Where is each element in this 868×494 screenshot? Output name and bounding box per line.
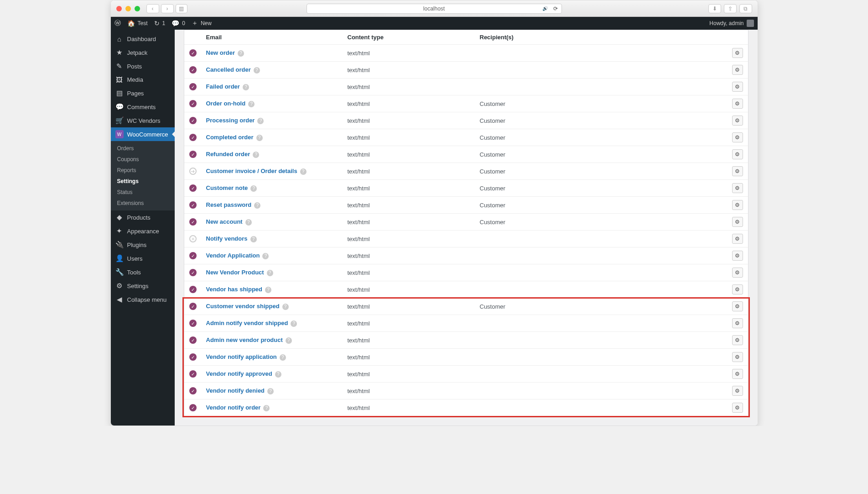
email-name-link[interactable]: Processing order [206,117,255,124]
submenu-item-settings[interactable]: Settings [111,176,175,187]
sidebar-item-plugins[interactable]: 🔌Plugins [111,238,175,252]
configure-button[interactable]: ⚙ [732,251,743,261]
email-name-link[interactable]: New Vendor Product [206,269,264,276]
sidebar-item-media[interactable]: 🖼Media [111,73,175,86]
submenu-item-orders[interactable]: Orders [111,143,175,154]
help-tip-icon[interactable]: ? [238,50,244,57]
avatar[interactable] [747,20,754,27]
help-tip-icon[interactable]: ? [262,253,269,259]
reload-icon[interactable]: ⟳ [553,5,558,12]
help-tip-icon[interactable]: ? [248,101,255,107]
sidebar-item-jetpack[interactable]: ★Jetpack [111,46,175,59]
account-link[interactable]: Howdy, admin [709,20,743,26]
download-button[interactable]: ⬇ [708,4,721,13]
email-name-link[interactable]: Vendor notify application [206,353,277,360]
help-tip-icon[interactable]: ? [291,321,297,327]
configure-button[interactable]: ⚙ [732,301,743,311]
sidebar-item-collapse-menu[interactable]: ◀Collapse menu [111,293,175,306]
help-tip-icon[interactable]: ? [245,219,252,226]
submenu-item-coupons[interactable]: Coupons [111,154,175,165]
submenu-item-status[interactable]: Status [111,187,175,198]
help-tip-icon[interactable]: ? [257,118,264,124]
sidebar-item-posts[interactable]: ✎Posts [111,59,175,73]
address-bar[interactable]: localhost 🔊 ⟳ [307,4,562,14]
configure-button[interactable]: ⚙ [732,82,743,92]
submenu-item-extensions[interactable]: Extensions [111,198,175,209]
email-name-link[interactable]: Cancelled order [206,66,251,73]
help-tip-icon[interactable]: ? [300,168,307,175]
sidebar-item-woocommerce[interactable]: W WooCommerce [111,127,175,141]
configure-button[interactable]: ⚙ [732,369,743,379]
configure-button[interactable]: ⚙ [732,99,743,109]
help-tip-icon[interactable]: ? [275,371,281,378]
zoom-window-icon[interactable] [135,6,140,11]
email-name-link[interactable]: Admin new vendor product [206,336,283,343]
configure-button[interactable]: ⚙ [732,132,743,142]
updates-link[interactable]: ↻1 [154,20,166,27]
email-name-link[interactable]: Completed order [206,134,254,141]
help-tip-icon[interactable]: ? [250,236,257,242]
help-tip-icon[interactable]: ? [280,354,286,361]
help-tip-icon[interactable]: ? [265,287,271,293]
help-tip-icon[interactable]: ? [250,185,257,192]
configure-button[interactable]: ⚙ [732,386,743,396]
help-tip-icon[interactable]: ? [267,270,273,276]
email-name-link[interactable]: Admin notify vendor shipped [206,320,288,326]
share-button[interactable]: ⇪ [724,4,737,13]
sidebar-item-dashboard[interactable]: ⌂Dashboard [111,32,175,46]
email-name-link[interactable]: Vendor notify approved [206,370,272,377]
email-name-link[interactable]: Reset password [206,201,252,208]
help-tip-icon[interactable]: ? [254,67,260,74]
reader-icon[interactable]: 🔊 [542,6,548,11]
email-name-link[interactable]: New account [206,218,243,225]
email-name-link[interactable]: Vendor notify order [206,404,261,411]
close-window-icon[interactable] [116,6,122,11]
forward-button[interactable]: › [161,4,174,13]
configure-button[interactable]: ⚙ [732,217,743,227]
configure-button[interactable]: ⚙ [732,200,743,210]
configure-button[interactable]: ⚙ [732,116,743,126]
configure-button[interactable]: ⚙ [732,403,743,413]
tabs-button[interactable]: ⧉ [739,4,752,13]
help-tip-icon[interactable]: ? [282,304,289,310]
sidebar-toggle-button[interactable]: ▥ [176,4,187,13]
configure-button[interactable]: ⚙ [732,166,743,176]
email-name-link[interactable]: Customer note [206,184,248,191]
help-tip-icon[interactable]: ? [253,152,259,158]
email-name-link[interactable]: Vendor notify denied [206,387,265,394]
help-tip-icon[interactable]: ? [267,388,274,394]
help-tip-icon[interactable]: ? [254,202,260,209]
email-name-link[interactable]: Failed order [206,83,240,90]
comments-link[interactable]: 💬0 [172,20,185,27]
email-name-link[interactable]: Order on-hold [206,100,246,107]
email-name-link[interactable]: New order [206,49,235,56]
email-name-link[interactable]: Vendor has shipped [206,286,263,293]
site-link[interactable]: 🏠Test [127,20,148,27]
sidebar-item-products[interactable]: ◆Products [111,210,175,224]
sidebar-item-users[interactable]: 👤Users [111,252,175,265]
minimize-window-icon[interactable] [125,6,131,11]
help-tip-icon[interactable]: ? [243,84,249,90]
email-name-link[interactable]: Refunded order [206,151,250,158]
sidebar-item-comments[interactable]: 💬Comments [111,100,175,114]
configure-button[interactable]: ⚙ [732,268,743,278]
help-tip-icon[interactable]: ? [263,405,270,411]
configure-button[interactable]: ⚙ [732,183,743,193]
configure-button[interactable]: ⚙ [732,318,743,328]
wp-logo[interactable]: ⓦ [114,19,121,27]
configure-button[interactable]: ⚙ [732,234,743,244]
email-name-link[interactable]: Customer invoice / Order details [206,168,297,174]
configure-button[interactable]: ⚙ [732,65,743,75]
help-tip-icon[interactable]: ? [256,135,263,141]
configure-button[interactable]: ⚙ [732,48,743,58]
sidebar-item-appearance[interactable]: ✦Appearance [111,224,175,238]
email-name-link[interactable]: Customer vendor shipped [206,303,280,310]
submenu-item-reports[interactable]: Reports [111,165,175,176]
help-tip-icon[interactable]: ? [286,337,292,344]
configure-button[interactable]: ⚙ [732,335,743,345]
sidebar-item-tools[interactable]: 🔧Tools [111,265,175,279]
email-name-link[interactable]: Vendor Application [206,252,260,259]
configure-button[interactable]: ⚙ [732,352,743,362]
email-name-link[interactable]: Notify vendors [206,235,248,242]
sidebar-item-settings[interactable]: ⚙Settings [111,279,175,293]
